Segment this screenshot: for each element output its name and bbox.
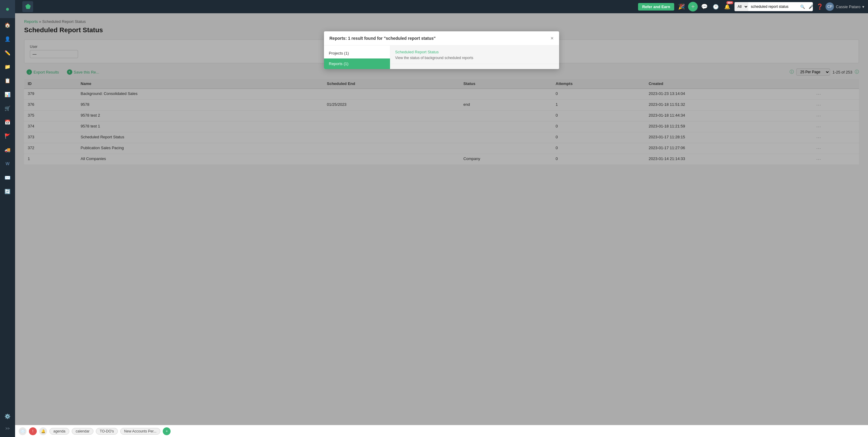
sidebar-item-reports[interactable]: 📋: [0, 73, 15, 87]
topbar-icons: 🎉 + 💬 🕐 🔔 99+: [677, 2, 732, 11]
search-scope-select[interactable]: All: [735, 2, 748, 11]
sidebar-item-files[interactable]: 📁: [0, 60, 15, 73]
user-name: Cassie Pataro: [836, 4, 861, 9]
modal-sidebar-item-reports[interactable]: Reports (1): [324, 59, 390, 69]
modal-sidebar-item-projects[interactable]: Projects (1): [324, 48, 390, 59]
scheduled-report-status-link[interactable]: Scheduled Report Status: [395, 50, 439, 54]
modal-title: Reports: 1 result found for "scheduled r…: [330, 36, 435, 41]
search-bar: All 🔍 🎤: [735, 2, 813, 11]
sidebar: ● 🏠 👤 ✏️ 📁 📋 📊 🛒 📅 🚩 🚚 W ✉️ 🔄 ⚙️ >>: [0, 0, 15, 437]
main-wrapper: ⬟ Refer and Earn 🎉 + 💬 🕐 🔔 99+ All 🔍 🎤 ❓: [15, 0, 868, 437]
sidebar-logo: ●: [0, 0, 15, 18]
sidebar-item-settings[interactable]: ⚙️: [0, 409, 15, 423]
topbar: ⬟ Refer and Earn 🎉 + 💬 🕐 🔔 99+ All 🔍 🎤 ❓: [15, 0, 868, 13]
notification-badge: 99+: [726, 1, 733, 4]
bottom-todos-btn[interactable]: TO-DO's: [96, 428, 118, 435]
search-icon[interactable]: 🔍: [798, 4, 807, 9]
bottom-calendar-btn[interactable]: calendar: [72, 428, 93, 435]
sidebar-expand-btn[interactable]: >>: [0, 423, 15, 434]
bottom-bar: ✉️ ! 🔔 agenda calendar TO-DO's New Accou…: [15, 425, 868, 437]
bottom-email-icon[interactable]: ✉️: [19, 427, 27, 435]
modal-result-description: View the status of background scheduled …: [395, 56, 554, 60]
topbar-logo: ⬟: [19, 0, 37, 13]
modal-result-item: Scheduled Report Status View the status …: [390, 45, 559, 64]
bottom-refresh-icon[interactable]: 🔔: [39, 427, 47, 435]
user-dropdown-icon: ▾: [862, 4, 864, 9]
sidebar-item-analytics[interactable]: 📊: [0, 87, 15, 101]
refer-earn-button[interactable]: Refer and Earn: [638, 3, 674, 10]
microphone-icon[interactable]: 🎤: [807, 4, 813, 9]
bottom-alert-icon[interactable]: !: [29, 427, 37, 435]
sidebar-item-flags[interactable]: 🚩: [0, 129, 15, 143]
topbar-user[interactable]: CP Cassie Pataro ▾: [826, 2, 864, 11]
celebration-icon-btn[interactable]: 🎉: [677, 2, 686, 11]
sidebar-item-word[interactable]: W: [0, 157, 15, 170]
help-icon-btn[interactable]: ❓: [816, 3, 823, 10]
modal-sidebar: Projects (1) Reports (1): [324, 45, 390, 69]
sidebar-item-calendar[interactable]: 📅: [0, 115, 15, 129]
notification-icon-btn[interactable]: 🔔 99+: [722, 2, 732, 11]
sidebar-item-sync[interactable]: 🔄: [0, 184, 15, 198]
search-input[interactable]: [748, 2, 798, 11]
user-avatar: CP: [826, 2, 834, 11]
sidebar-item-home[interactable]: 🏠: [0, 18, 15, 32]
modal-body: Projects (1) Reports (1) Scheduled Repor…: [324, 45, 559, 69]
add-icon-btn[interactable]: +: [688, 2, 698, 11]
clock-icon-btn[interactable]: 🕐: [711, 2, 721, 11]
bottom-new-accounts-btn[interactable]: New Accounts Per...: [120, 428, 160, 435]
page-content: Reports » Scheduled Report Status Schedu…: [15, 13, 868, 425]
modal-overlay: Reports: 1 result found for "scheduled r…: [15, 13, 868, 425]
bottom-add-icon[interactable]: +: [163, 427, 170, 435]
sidebar-item-email[interactable]: ✉️: [0, 170, 15, 184]
sidebar-item-delivery[interactable]: 🚚: [0, 143, 15, 157]
modal-close-button[interactable]: ×: [550, 36, 554, 41]
chat-icon-btn[interactable]: 💬: [700, 2, 709, 11]
modal-content-area: Scheduled Report Status View the status …: [390, 45, 559, 69]
sidebar-item-edit[interactable]: ✏️: [0, 46, 15, 60]
sidebar-item-contacts[interactable]: 👤: [0, 32, 15, 46]
search-results-modal: Reports: 1 result found for "scheduled r…: [324, 31, 559, 69]
bottom-agenda-btn[interactable]: agenda: [50, 428, 69, 435]
modal-header: Reports: 1 result found for "scheduled r…: [324, 31, 559, 45]
sidebar-item-orders[interactable]: 🛒: [0, 101, 15, 115]
